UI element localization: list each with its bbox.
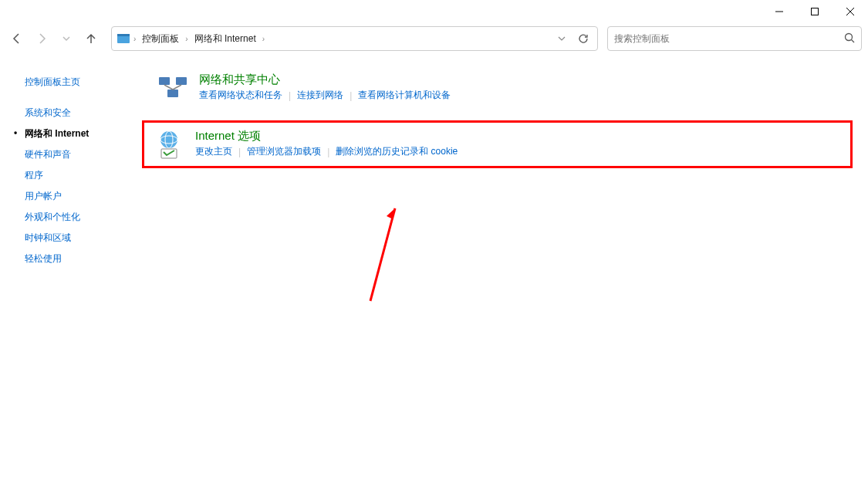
forward-button[interactable] [31,28,52,49]
arrow-left-icon [11,32,23,45]
breadcrumb-separator: › [262,35,265,43]
sidebar-item-appearance[interactable]: 外观和个性化 [0,207,154,228]
search-icon [844,32,855,43]
category-body: 网络和共享中心 查看网络状态和任务 | 连接到网络 | 查看网络计算机和设备 [199,73,849,103]
category-network-sharing: 网络和共享中心 查看网络状态和任务 | 连接到网络 | 查看网络计算机和设备 [154,69,853,106]
svg-rect-10 [167,90,178,97]
minimize-icon [775,8,783,15]
sidebar-item-programs[interactable]: 程序 [0,165,154,186]
svg-marker-18 [387,208,395,219]
link-view-network-computers[interactable]: 查看网络计算机和设备 [358,89,451,102]
svg-rect-9 [176,77,187,85]
maximize-button[interactable] [797,0,833,23]
up-button[interactable] [80,28,102,49]
breadcrumb-item[interactable]: 网络和 Internet [191,31,259,47]
link-delete-history-cookies[interactable]: 删除浏览的历史记录和 cookie [336,145,458,158]
category-title-internet-options[interactable]: Internet 选项 [195,129,261,144]
svg-line-7 [852,39,855,42]
link-separator: | [350,90,352,101]
maximize-icon [811,8,819,15]
address-bar[interactable]: › 控制面板 › 网络和 Internet › [111,26,598,51]
sidebar-item-network-internet[interactable]: 网络和 Internet [0,123,154,144]
address-dropdown-button[interactable] [552,29,571,48]
svg-rect-1 [812,8,819,15]
breadcrumb-item[interactable]: 控制面板 [139,31,182,47]
arrow-right-icon [35,32,48,45]
svg-rect-8 [159,77,170,85]
minimize-button[interactable] [762,0,797,23]
link-connect-network[interactable]: 连接到网络 [297,89,343,102]
svg-point-13 [160,131,177,148]
recent-button[interactable] [56,28,77,49]
link-separator: | [289,90,291,101]
sidebar-heading[interactable]: 控制面板主页 [0,69,154,95]
network-sharing-icon [157,73,188,103]
category-links: 查看网络状态和任务 | 连接到网络 | 查看网络计算机和设备 [199,89,849,102]
link-change-homepage[interactable]: 更改主页 [195,145,232,158]
arrow-up-icon [85,32,97,45]
close-icon [846,8,854,15]
main-panel: 网络和共享中心 查看网络状态和任务 | 连接到网络 | 查看网络计算机和设备 [154,54,868,490]
search-bar[interactable] [607,26,862,51]
sidebar-item-user-accounts[interactable]: 用户帐户 [0,186,154,207]
sidebar-item-ease-of-access[interactable]: 轻松使用 [0,248,154,269]
sidebar-item-hardware-sound[interactable]: 硬件和声音 [0,144,154,165]
category-body: Internet 选项 更改主页 | 管理浏览器加载项 | 删除浏览的历史记录和… [195,129,844,160]
close-button[interactable] [833,0,868,23]
sidebar: 控制面板主页 系统和安全 网络和 Internet 硬件和声音 程序 用户帐户 … [0,54,154,490]
category-internet-options: Internet 选项 更改主页 | 管理浏览器加载项 | 删除浏览的历史记录和… [142,120,853,168]
annotation-arrow [367,201,414,309]
titlebar [0,0,868,23]
svg-point-6 [846,33,853,40]
control-panel-icon [117,32,130,46]
refresh-icon [578,33,589,44]
link-separator: | [327,147,329,157]
sidebar-item-clock-region[interactable]: 时钟和区域 [0,228,154,248]
svg-line-11 [164,85,173,90]
internet-options-icon [154,129,184,160]
search-input[interactable] [614,33,844,44]
sidebar-list: 系统和安全 网络和 Internet 硬件和声音 程序 用户帐户 外观和个性化 … [0,103,154,269]
link-manage-addons[interactable]: 管理浏览器加载项 [247,145,321,158]
back-button[interactable] [6,28,28,49]
link-view-network-status[interactable]: 查看网络状态和任务 [199,89,282,102]
link-separator: | [238,147,241,157]
toolbar: › 控制面板 › 网络和 Internet › [0,23,868,54]
content-area: 控制面板主页 系统和安全 网络和 Internet 硬件和声音 程序 用户帐户 … [0,54,868,490]
svg-line-12 [173,85,181,90]
chevron-down-icon [62,35,70,42]
breadcrumb-separator: › [133,35,136,43]
category-links: 更改主页 | 管理浏览器加载项 | 删除浏览的历史记录和 cookie [195,145,844,158]
breadcrumb-separator: › [185,35,187,43]
chevron-down-icon [558,35,566,42]
search-icon-button[interactable] [844,32,855,46]
sidebar-item-system-security[interactable]: 系统和安全 [0,103,154,123]
svg-rect-5 [117,34,130,36]
category-title-network-sharing[interactable]: 网络和共享中心 [199,73,280,87]
refresh-button[interactable] [574,29,593,48]
svg-line-17 [370,208,395,301]
